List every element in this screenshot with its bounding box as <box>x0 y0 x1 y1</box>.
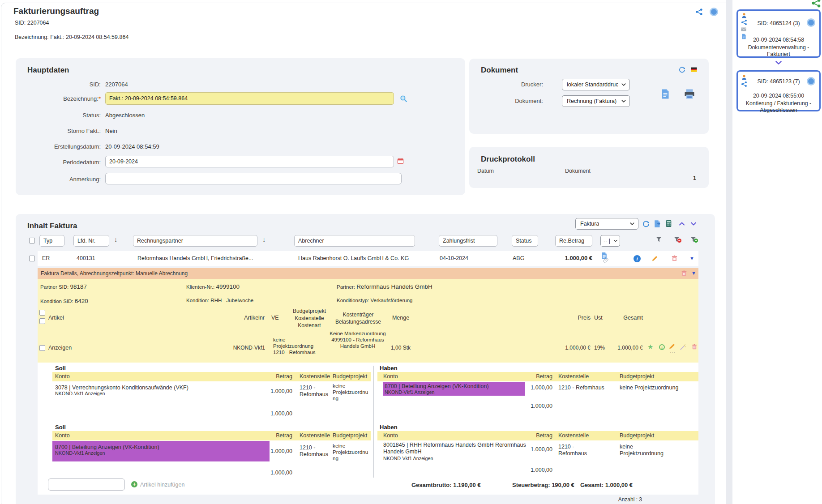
artikel-preis: 1.000,00 € <box>546 345 591 351</box>
delete-icon[interactable] <box>671 255 678 262</box>
bezeichnung-label: Bezeichnung:* <box>20 95 101 102</box>
budget-cell: keine Projektzuordnung <box>333 443 369 461</box>
collapse-details-icon[interactable]: ▼ <box>691 270 696 276</box>
betrag-cell: 1.000,00 <box>249 388 292 394</box>
klienten-nr: Klienten-Nr.: 4999100 <box>186 283 240 290</box>
add-artikel-input[interactable] <box>48 478 125 491</box>
refresh-icon[interactable] <box>679 66 685 73</box>
budget-cell: keine Projektzuordnung <box>620 444 678 457</box>
filter-rebetrag-input[interactable] <box>555 235 592 247</box>
dokument-label: Dokument: <box>478 98 543 104</box>
artikel-select-all-checkbox[interactable] <box>39 310 45 316</box>
col-kostentraeger: Kostenträger Belastungsadresse <box>329 311 387 325</box>
dokument-select[interactable]: Rechnung (Faktura) <box>562 95 630 107</box>
gesamt: Gesamt: 1.000,00 € <box>580 482 633 488</box>
mail-icon[interactable] <box>740 26 747 32</box>
calculator-icon[interactable] <box>665 220 672 227</box>
budget-cell: keine Projektzuordnung <box>333 383 369 401</box>
search-icon[interactable] <box>400 95 407 103</box>
workflow-users-icon[interactable] <box>811 0 821 8</box>
artikel-row-checkbox[interactable] <box>39 345 45 351</box>
workflow-card-1[interactable]: SID: 4865124 (3) 20-09-2024 08:54:58 Dok… <box>736 9 821 58</box>
budget-cell: keine Projektzuordnung <box>620 384 696 391</box>
expand-icon[interactable] <box>690 220 697 227</box>
add-artikel-icon[interactable]: + <box>131 481 137 487</box>
delete-artikel-icon[interactable] <box>691 343 698 350</box>
col-ust: Ust <box>594 315 603 321</box>
row-typ: ER <box>42 255 50 261</box>
share-icon[interactable] <box>695 8 703 16</box>
user-icon[interactable] <box>741 13 747 19</box>
artikel-select-all2-checkbox[interactable] <box>39 318 45 324</box>
wand-icon[interactable] <box>680 344 686 350</box>
filter-typ-input[interactable] <box>39 235 64 247</box>
druckprotokoll-panel: Druckprotokoll Datum Dokument 1 <box>469 147 709 188</box>
betrag-cell: 1.000,00 <box>249 448 292 454</box>
konditionstyp: Konditionstyp: Verkaufsförderung <box>337 298 412 303</box>
drucker-label: Drucker: <box>478 81 543 88</box>
chevron-down-icon <box>613 239 618 243</box>
filter-icon[interactable] <box>655 236 662 243</box>
collapse-icon[interactable] <box>678 220 685 227</box>
attachment-document-icon[interactable] <box>600 252 608 260</box>
expand-row-icon[interactable]: ▼ <box>689 256 694 261</box>
page-title: Fakturierungsauftrag <box>13 6 99 16</box>
filter-remove-icon[interactable]: − <box>673 236 680 243</box>
export-icon[interactable] <box>654 220 662 228</box>
inhalt-title: Inhalt Faktura <box>27 222 77 231</box>
select-all-checkbox[interactable] <box>29 238 35 243</box>
delete-details-icon[interactable] <box>681 270 687 277</box>
print-icon[interactable] <box>683 88 696 100</box>
artikel-kostentraeger: Keine Markenzuordnung 4999100 - Reformha… <box>329 330 386 349</box>
edit-icon[interactable] <box>651 255 658 262</box>
required-mark: * <box>98 95 101 102</box>
chevron-down-icon <box>621 98 626 104</box>
info-icon[interactable]: i <box>634 255 641 262</box>
betrag-cell: 1.000,00 <box>512 446 552 453</box>
row-lfd: 400131 <box>77 255 95 261</box>
refresh-icon[interactable] <box>642 220 650 227</box>
bezeichnung-input[interactable] <box>105 92 394 105</box>
sort-desc-icon[interactable]: ↓ <box>262 235 266 243</box>
konto-cell-highlighted: 8700 | Beteiliung Anzeigen (VK-Kondition… <box>383 382 525 396</box>
betrag-cell: 1.000,00 <box>512 384 552 391</box>
col-artikel: Artikel <box>48 315 64 321</box>
filter-rechnungspartner-input[interactable] <box>133 235 257 247</box>
preview-document-icon[interactable] <box>660 88 671 100</box>
page-number[interactable]: 1 <box>693 175 696 181</box>
workflow-card-2[interactable]: SID: 4865123 (7) 20-09-2024 08:55:00 Kon… <box>736 70 821 111</box>
workflow-datetime: 20-09-2024 08:54:58 <box>738 37 819 43</box>
language-flag-icon[interactable] <box>690 67 698 73</box>
filter-status-input[interactable] <box>512 235 538 247</box>
filter-extra-select[interactable]: -- | <box>600 235 620 247</box>
anzahl: Anzahl : 3 <box>597 496 642 503</box>
add-icon[interactable]: + <box>659 344 665 350</box>
anmerkung-label: Anmerkung: <box>20 176 101 183</box>
row-status: ABG <box>513 255 524 261</box>
status-label: Status: <box>20 112 101 119</box>
favorite-icon[interactable]: ★ <box>647 343 653 351</box>
filter-abrechner-input[interactable] <box>294 235 415 247</box>
storno-label: Storno Fakt.: <box>20 128 101 134</box>
drucker-select[interactable]: lokaler Standarddruc <box>562 79 630 90</box>
add-artikel-label[interactable]: Artikel hinzufügen <box>140 482 184 488</box>
calendar-icon[interactable] <box>397 158 404 164</box>
filter-add-icon[interactable]: + <box>690 236 697 243</box>
filter-zahlungsfrist-input[interactable] <box>439 235 497 247</box>
more-options[interactable]: ... <box>670 348 676 355</box>
row-checkbox[interactable] <box>29 256 35 261</box>
workflow-chevron-down-icon[interactable] <box>773 59 784 67</box>
header-sid: SID: 2207064 <box>15 20 49 26</box>
workflow-state-icon[interactable] <box>807 77 815 85</box>
konto-cell: 3078 | Verrechnungskonto Konditionsaufwä… <box>55 384 243 396</box>
kostenstelle-cell: 1210 - Refomhaus <box>300 444 330 458</box>
history-icon[interactable] <box>710 8 718 16</box>
faktura-details-bar[interactable]: Faktura Details, Abrechnungszeitpunkt: M… <box>38 268 698 279</box>
view-select[interactable]: Faktura <box>575 218 638 230</box>
anmerkung-input[interactable] <box>105 173 402 184</box>
workflow-state-icon[interactable] <box>807 18 815 27</box>
filter-lfd-input[interactable] <box>73 235 109 247</box>
col-ve: VE <box>271 315 279 321</box>
sort-desc-icon[interactable]: ↓ <box>114 235 118 243</box>
periodedatum-input[interactable] <box>105 156 394 167</box>
